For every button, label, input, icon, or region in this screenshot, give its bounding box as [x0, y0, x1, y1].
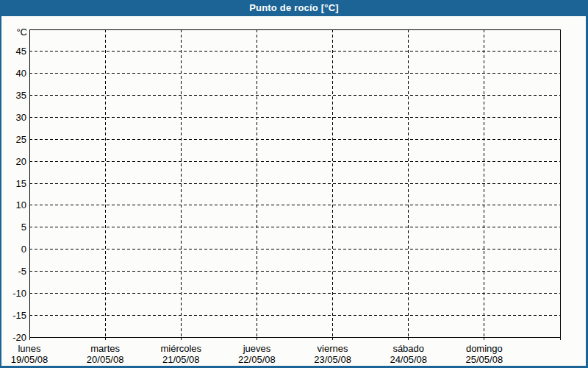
x-date-label: 21/05/08	[162, 354, 200, 365]
x-date-label: 22/05/08	[238, 354, 276, 365]
chart-body: 454035302520151050-5-10-15-20°Clunes19/0…	[1, 16, 586, 366]
y-tick-label: 30	[16, 112, 26, 123]
y-tick-label: 40	[16, 68, 26, 79]
x-weekday-label: miércoles	[160, 343, 201, 354]
x-date-label: 25/05/08	[466, 354, 503, 365]
x-date-label: 19/05/08	[11, 354, 49, 365]
y-axis-unit-label: °C	[16, 26, 27, 38]
y-tick-label: 35	[16, 90, 26, 101]
y-tick-label: 15	[16, 178, 26, 189]
y-tick-label: 5	[21, 222, 26, 233]
x-weekday-label: domingo	[466, 343, 503, 354]
x-weekday-label: sábado	[392, 343, 424, 354]
x-weekday-label: lunes	[18, 343, 41, 354]
y-tick-label: 10	[16, 199, 26, 210]
y-tick-label: 0	[21, 244, 26, 255]
dew-point-chart: 454035302520151050-5-10-15-20°Clunes19/0…	[1, 16, 586, 366]
x-date-label: 20/05/08	[87, 354, 124, 365]
chart-title: Punto de rocío [°C]	[249, 2, 339, 13]
x-date-label: 24/05/08	[390, 354, 427, 365]
y-tick-label: -5	[18, 266, 26, 277]
y-tick-label: -10	[12, 288, 26, 299]
chart-window: Punto de rocío [°C] 454035302520151050-5…	[0, 0, 588, 368]
x-weekday-label: jueves	[243, 343, 271, 354]
y-tick-label: 25	[16, 134, 26, 145]
y-tick-label: -15	[12, 310, 26, 321]
chart-title-bar: Punto de rocío [°C]	[0, 0, 588, 16]
x-weekday-label: viernes	[318, 343, 348, 354]
x-weekday-label: martes	[90, 343, 120, 354]
y-tick-label: 45	[16, 46, 26, 57]
x-date-label: 23/05/08	[314, 354, 351, 365]
y-tick-label: -20	[12, 332, 26, 343]
y-tick-label: 20	[16, 156, 26, 167]
